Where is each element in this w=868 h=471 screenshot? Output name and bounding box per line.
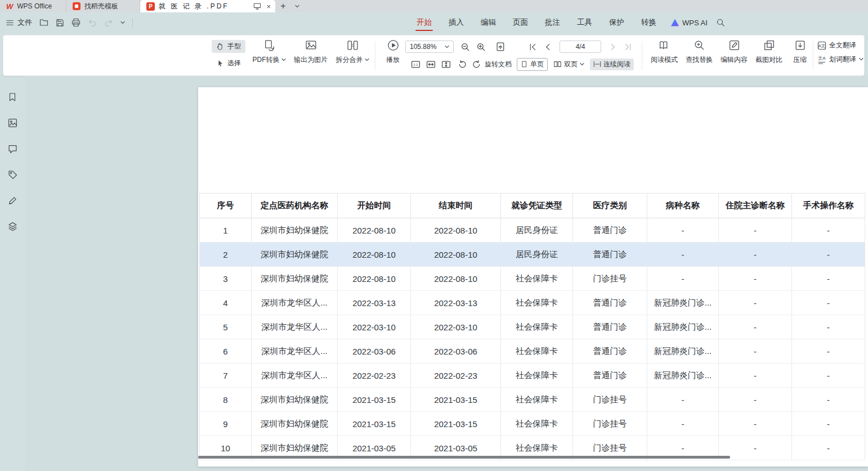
svg-text:1:1: 1:1 bbox=[413, 62, 418, 66]
find-replace-button[interactable]: 查找替换 bbox=[683, 39, 715, 65]
table-cell: 新冠肺炎门诊... bbox=[647, 315, 719, 339]
table-cell: 门诊挂号 bbox=[573, 412, 647, 436]
compress-icon bbox=[794, 39, 806, 51]
table-cell: - bbox=[792, 339, 865, 364]
wps-logo-icon: W bbox=[6, 2, 13, 11]
table-cell: 4 bbox=[200, 291, 252, 315]
table-cell: 8 bbox=[200, 388, 252, 412]
column-header: 定点医药机构名称 bbox=[252, 194, 338, 218]
save-button[interactable] bbox=[56, 19, 64, 27]
menubar: 文件 开始插入编辑页面批注工具保护转换 WPS AI bbox=[0, 12, 868, 33]
table-cell: 2022-08-10 bbox=[411, 218, 501, 243]
hand-tool-button[interactable]: 手型 bbox=[212, 40, 245, 53]
menu-tab-8[interactable]: 转换 bbox=[641, 13, 656, 32]
table-cell: - bbox=[647, 267, 719, 291]
word-translate-button[interactable]: 文A 划词翻译 bbox=[817, 55, 863, 64]
table-row: 1深圳市妇幼保健院2022-08-102022-08-10居民身份证普通门诊--… bbox=[200, 218, 865, 243]
fit-height-icon[interactable] bbox=[441, 60, 451, 69]
double-page-button[interactable]: 双页 bbox=[550, 59, 588, 70]
zoom-in-icon[interactable] bbox=[476, 42, 486, 52]
new-tab-button[interactable]: + bbox=[275, 0, 291, 12]
menu-tab-2[interactable]: 插入 bbox=[449, 13, 464, 32]
file-menu[interactable]: 文件 bbox=[6, 17, 32, 28]
thumbnail-icon bbox=[8, 118, 17, 128]
fit-page-icon[interactable] bbox=[495, 42, 506, 52]
compress-button[interactable]: 压缩 bbox=[788, 39, 812, 65]
menu-tab-7[interactable]: 保护 bbox=[609, 13, 624, 32]
rotate-left-icon[interactable] bbox=[458, 60, 467, 69]
tab-document[interactable]: P 就 医 记 录 .PDF × bbox=[140, 0, 275, 12]
table-cell: 普通门诊 bbox=[573, 218, 647, 243]
comment-panel-button[interactable] bbox=[6, 142, 19, 155]
table-cell: 2022-02-23 bbox=[411, 364, 501, 388]
table-cell: - bbox=[792, 267, 865, 291]
continuous-read-button[interactable]: 连续阅读 bbox=[590, 59, 634, 70]
last-page-button[interactable] bbox=[624, 43, 632, 51]
table-cell: 7 bbox=[200, 364, 252, 388]
previous-page-button[interactable] bbox=[544, 43, 552, 51]
layers-panel-button[interactable] bbox=[6, 219, 19, 233]
first-page-button[interactable] bbox=[529, 43, 537, 51]
wps-ai-button[interactable]: WPS AI bbox=[671, 12, 708, 33]
thumbnail-panel-button[interactable] bbox=[6, 116, 19, 129]
table-cell: - bbox=[647, 388, 719, 412]
table-cell: - bbox=[719, 412, 792, 436]
undo-button[interactable] bbox=[88, 18, 97, 27]
table-cell: 2022-08-10 bbox=[411, 243, 501, 267]
print-button[interactable] bbox=[71, 18, 80, 27]
zoom-out-icon[interactable] bbox=[460, 42, 470, 52]
screenshot-compare-button[interactable]: 截图对比 bbox=[753, 39, 785, 65]
table-cell: - bbox=[792, 364, 865, 388]
open-file-button[interactable] bbox=[39, 18, 48, 27]
read-mode-button[interactable]: 阅读模式 bbox=[648, 39, 680, 65]
split-merge-button[interactable]: 拆分合并 bbox=[334, 39, 370, 65]
table-cell: 2022-02-23 bbox=[338, 364, 411, 388]
horizontal-scrollbar[interactable] bbox=[198, 456, 730, 459]
export-image-button[interactable]: 输出为图片 bbox=[293, 39, 329, 65]
play-button[interactable]: 播放 bbox=[382, 39, 404, 65]
table-cell: 居民身份证 bbox=[501, 218, 573, 243]
search-icon[interactable] bbox=[716, 18, 725, 27]
tab-wps-office[interactable]: W WPS Office bbox=[0, 0, 66, 12]
undo-history-chevron[interactable] bbox=[120, 21, 125, 24]
close-tab-icon[interactable]: × bbox=[266, 3, 271, 10]
redo-button[interactable] bbox=[104, 18, 113, 27]
pdf-convert-icon bbox=[263, 39, 275, 51]
single-page-button[interactable]: 单页 bbox=[517, 58, 548, 71]
comment-icon bbox=[8, 144, 17, 154]
select-tool-button[interactable]: 选择 bbox=[212, 57, 245, 70]
table-cell: - bbox=[719, 243, 792, 267]
document-viewport[interactable]: 序号定点医药机构名称开始时间结束时间就诊凭证类型医疗类别病种名称住院主诊断名称手… bbox=[25, 76, 868, 471]
fit-width-icon[interactable] bbox=[426, 60, 436, 69]
column-header: 医疗类别 bbox=[573, 194, 647, 218]
next-page-button[interactable] bbox=[609, 43, 617, 51]
table-cell: 5 bbox=[200, 315, 252, 339]
edit-content-button[interactable]: 编辑内容 bbox=[718, 39, 750, 65]
table-cell: 居民身份证 bbox=[501, 243, 573, 267]
table-cell: 深圳市龙华区人... bbox=[252, 364, 338, 388]
tab-docer-template[interactable]: 找稻壳模板 bbox=[66, 0, 140, 12]
export-image-icon bbox=[305, 39, 317, 51]
menu-tabs: 开始插入编辑页面批注工具保护转换 bbox=[417, 12, 656, 33]
menu-tab-5[interactable]: 批注 bbox=[545, 13, 560, 32]
actual-size-icon[interactable]: 1:1 bbox=[411, 60, 420, 69]
full-translate-button[interactable]: A文 全文翻译 bbox=[817, 41, 863, 50]
tag-panel-button[interactable] bbox=[6, 168, 19, 181]
table-cell: 1 bbox=[200, 218, 252, 243]
table-row: 4深圳市龙华区人...2022-03-132022-03-13社会保障卡普通门诊… bbox=[200, 291, 865, 315]
table-cell: 2021-03-15 bbox=[411, 388, 501, 412]
menu-tab-4[interactable]: 页面 bbox=[513, 13, 528, 32]
menu-tab-3[interactable]: 编辑 bbox=[481, 13, 496, 32]
rotate-doc-button[interactable]: 旋转文档 bbox=[485, 60, 512, 69]
pdf-convert-button[interactable]: PDF转换 bbox=[251, 39, 287, 65]
menu-tab-1[interactable]: 开始 bbox=[417, 13, 432, 32]
tab-list-chevron[interactable] bbox=[291, 0, 303, 12]
zoom-level-select[interactable]: 105.88% bbox=[405, 41, 454, 53]
signature-panel-button[interactable] bbox=[6, 194, 19, 207]
menu-tab-6[interactable]: 工具 bbox=[577, 13, 592, 32]
table-cell: 2022-03-10 bbox=[338, 315, 411, 339]
rotate-right-icon[interactable] bbox=[472, 60, 481, 69]
bookmark-panel-button[interactable] bbox=[6, 90, 19, 104]
screen-cast-icon[interactable] bbox=[253, 2, 261, 10]
page-number-input[interactable]: 4/4 bbox=[560, 41, 601, 53]
